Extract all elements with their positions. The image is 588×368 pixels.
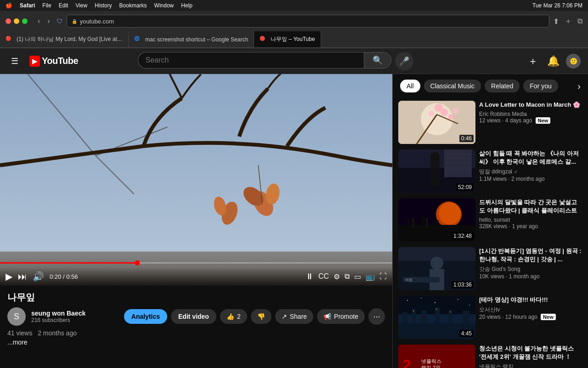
channel-name[interactable]: seung won Baeck bbox=[31, 310, 119, 317]
thumbs-down-icon: 👎 bbox=[257, 313, 265, 320]
chips-scroll-arrow[interactable]: › bbox=[577, 81, 581, 92]
svg-rect-61 bbox=[436, 309, 437, 310]
fullscreen-button[interactable]: ⛶ bbox=[379, 272, 387, 281]
menu-help[interactable]: Help bbox=[181, 2, 192, 9]
svg-rect-37 bbox=[435, 220, 439, 228]
notifications-button[interactable]: 🔔 bbox=[544, 52, 562, 70]
more-options-button[interactable]: ··· bbox=[368, 308, 385, 325]
lock-icon: 🔒 bbox=[72, 19, 77, 24]
miniplayer-button[interactable]: ⧉ bbox=[345, 272, 350, 281]
tab-2[interactable]: 🌀 mac screenshot shortcut – Google Searc… bbox=[129, 31, 254, 47]
rec-title-1: A Love Letter to Macon in March 🌸 bbox=[479, 101, 582, 109]
cast-button[interactable]: 📺 bbox=[366, 272, 375, 281]
menu-file[interactable]: File bbox=[42, 2, 51, 9]
new-tab-icon[interactable]: ＋ bbox=[565, 17, 572, 26]
video-stats: 41 views 2 months ago bbox=[7, 329, 385, 337]
mac-menubar: 🍎 Safari File Edit View History Bookmark… bbox=[0, 0, 588, 11]
share-label: Share bbox=[290, 313, 307, 320]
search-input[interactable] bbox=[138, 52, 364, 69]
forward-button[interactable]: › bbox=[45, 16, 52, 26]
chip-all[interactable]: All bbox=[400, 80, 420, 92]
channel-avatar[interactable]: S bbox=[7, 307, 26, 326]
menu-window[interactable]: Window bbox=[154, 2, 174, 9]
share-button[interactable]: ↗ Share bbox=[275, 309, 313, 324]
action-buttons: Analytics Edit video 👍 2 👎 ↗ Share bbox=[124, 308, 385, 325]
promote-button[interactable]: 📢 Promote bbox=[317, 309, 365, 324]
chip-classical[interactable]: Classical Music bbox=[424, 80, 481, 92]
rec-info-3: 드뷔시의 달빛을 따라 간 곳은 낯설고도 아름다왔다 | 클래식 플레이리스트… bbox=[479, 198, 582, 242]
apple-menu[interactable]: 🍎 bbox=[6, 2, 12, 9]
rec-video-5[interactable]: 4:45 [테마 명상] 야경!!! 바다!!! 오서산tv 20 views … bbox=[396, 293, 584, 342]
youtube-logo-icon: ▶ bbox=[29, 56, 40, 67]
user-avatar[interactable]: 🙂 bbox=[566, 54, 581, 69]
tab2-title: mac screenshot shortcut – Google Search bbox=[145, 36, 248, 43]
chip-related[interactable]: Related bbox=[485, 80, 520, 92]
rec-video-4[interactable]: 여정 1:03:36 [1시간 반복듣기] 염동언 - 여정 | 원곡 : 한나… bbox=[396, 244, 584, 293]
rec-video-1[interactable]: 0:46 A Love Letter to Macon in March 🌸 E… bbox=[396, 98, 584, 147]
captions-button[interactable]: CC bbox=[318, 272, 329, 281]
pause-icon[interactable]: ⏸ bbox=[305, 272, 314, 282]
rec-title-4: [1시간 반복듣기] 염동언 - 여정 | 원곡 : 한나형, 작곡 : 손경민… bbox=[479, 247, 582, 264]
progress-fill bbox=[0, 262, 137, 264]
progress-track[interactable] bbox=[0, 262, 392, 264]
time-display: Tue Mar 26 7:06 PM bbox=[532, 2, 582, 9]
tab3-favicon: 🔴 bbox=[260, 36, 267, 43]
menu-button[interactable]: ☰ bbox=[7, 52, 22, 70]
verified-icon-2: ✓ bbox=[514, 169, 518, 174]
youtube-header: ☰ ▶ YouTube 🔍 🎤 ＋ 🔔 🙂 bbox=[0, 48, 588, 74]
progress-thumb bbox=[135, 260, 140, 265]
settings-button[interactable]: ⚙ bbox=[334, 272, 340, 281]
more-link: ...more bbox=[7, 339, 28, 346]
youtube-logo[interactable]: ▶ YouTube bbox=[29, 56, 78, 67]
address-bar[interactable]: 🔒 youtube.com bbox=[67, 15, 549, 28]
dislike-button[interactable]: 👎 bbox=[251, 309, 271, 324]
menu-history[interactable]: History bbox=[95, 2, 112, 9]
close-button[interactable] bbox=[6, 18, 11, 24]
svg-point-42 bbox=[430, 257, 443, 270]
menu-edit[interactable]: Edit bbox=[59, 2, 68, 9]
menu-bookmarks[interactable]: Bookmarks bbox=[119, 2, 147, 9]
edit-video-button[interactable]: Edit video bbox=[171, 309, 216, 324]
rec-channel-4: 갓송 God's Song bbox=[479, 265, 582, 273]
rec-info-2: 삶이 힘들 때 꼭 봐야하는 《나의 아저씨》 이후 한국이 낳은 에르메스 갈… bbox=[479, 150, 582, 193]
rec-meta-2: 1.1M views · 2 months ago bbox=[479, 176, 582, 182]
voice-search-button[interactable]: 🎤 bbox=[395, 52, 413, 70]
tab-1[interactable]: 🔴 (1) 나의 하나님 My Lord, My God [Live at TL… bbox=[0, 31, 129, 47]
back-button[interactable]: ‹ bbox=[35, 16, 43, 26]
menu-safari[interactable]: Safari bbox=[20, 2, 35, 9]
svg-rect-60 bbox=[413, 310, 414, 311]
minimize-button[interactable] bbox=[14, 18, 19, 24]
browser-actions: ⬆ ＋ ⧉ bbox=[553, 17, 582, 26]
video-meta-row: S seung won Baeck 216 subscribers Analyt… bbox=[7, 307, 385, 326]
volume-button[interactable]: 🔊 bbox=[33, 271, 44, 282]
svg-text:여정: 여정 bbox=[405, 278, 413, 282]
rec-title-6: 청소년은 시청이 불가능한 넷플릭스 '전세계 2위' 개꿀잼 신작 드라마 ！ bbox=[479, 345, 582, 361]
rec-video-6[interactable]: 2 넷플릭스 랭킹 2위 10:22 청소년은 시청이 불가능한 넷플릭스 '전… bbox=[396, 342, 584, 368]
shield-icon: 🛡 bbox=[57, 17, 63, 25]
search-button[interactable]: 🔍 bbox=[364, 52, 391, 69]
svg-rect-38 bbox=[412, 218, 414, 228]
rec-channel-2: 띵잘 ddingzal ✓ bbox=[479, 168, 582, 176]
create-button[interactable]: ＋ bbox=[525, 52, 541, 71]
rec-video-3[interactable]: 1:32:48 드뷔시의 달빛을 따라 간 곳은 낯설고도 아름다왔다 | 클래… bbox=[396, 196, 584, 244]
tabs-overview-icon[interactable]: ⧉ bbox=[577, 17, 582, 25]
next-button[interactable]: ⏭ bbox=[18, 271, 27, 282]
youtube-logo-text: YouTube bbox=[42, 56, 78, 66]
like-button[interactable]: 👍 2 bbox=[220, 309, 247, 324]
new-badge-1: New bbox=[536, 117, 551, 124]
video-controls: ▶ ⏭ 🔊 0:20 / 0:56 ⏸ CC ⚙ ⧉ ▭ 📺 ⛶ bbox=[0, 267, 392, 286]
theater-button[interactable]: ▭ bbox=[354, 272, 361, 281]
search-form: 🔍 🎤 bbox=[138, 52, 413, 70]
rec-thumb-4: 여정 1:03:36 bbox=[398, 247, 475, 290]
chip-foryou[interactable]: For you bbox=[523, 80, 558, 92]
tab-3[interactable]: 🔴 나무잎 – YouTube bbox=[254, 31, 321, 47]
rec-video-2[interactable]: 52:09 삶이 힘들 때 꼭 봐야하는 《나의 아저씨》 이후 한국이 낳은 … bbox=[396, 147, 584, 196]
svg-text:넷플릭스: 넷플릭스 bbox=[421, 358, 441, 364]
menu-view[interactable]: View bbox=[75, 2, 87, 9]
play-button[interactable]: ▶ bbox=[6, 271, 12, 282]
analytics-button[interactable]: Analytics bbox=[124, 309, 167, 324]
video-description[interactable]: ...more bbox=[7, 339, 385, 346]
maximize-button[interactable] bbox=[22, 18, 28, 24]
share-browser-icon[interactable]: ⬆ bbox=[553, 17, 559, 26]
rec-duration-3: 1:32:48 bbox=[452, 232, 474, 240]
